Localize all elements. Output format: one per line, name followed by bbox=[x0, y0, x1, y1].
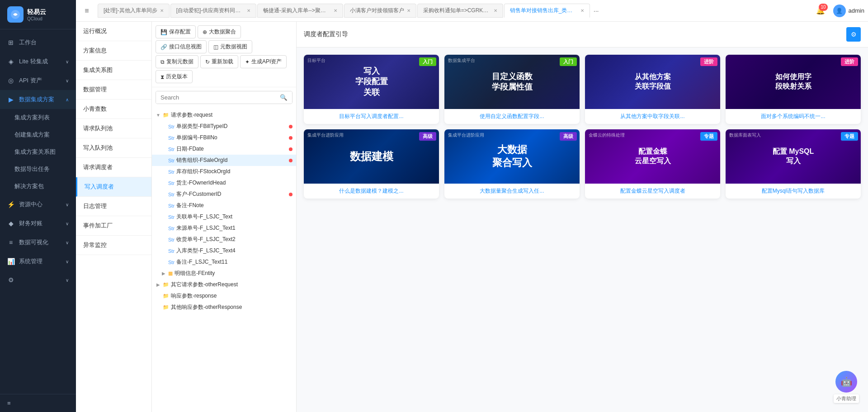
tree-item-req-params[interactable]: ▼ 📁 请求参数-request bbox=[152, 109, 296, 121]
tree-item-receipt-order[interactable]: Str 收货单号-F_LSJC_Text2 bbox=[152, 234, 296, 245]
sidebar-item-lite[interactable]: ◈ Lite 轻集成 ∨ bbox=[0, 52, 76, 71]
sidebar-item-system[interactable]: ⚙ ∨ bbox=[0, 271, 76, 289]
tab-2[interactable]: [自动爱犯]-供应商资料同步[kd->jst]-V1.0 ✕ bbox=[170, 4, 256, 18]
meta-view-button[interactable]: ◫ 元数据视图 bbox=[208, 40, 252, 53]
assistant-label: 小青助理 bbox=[834, 394, 859, 403]
card-kingdee-config[interactable]: 专题 金蝶云的特殊处理 配置金蝶云星空写入 配置金蝶云星空写入调度者 bbox=[585, 129, 720, 199]
sidebar-item-api[interactable]: ◎ API 资产 ∨ bbox=[0, 71, 76, 90]
tree-item-other-req[interactable]: ▶ 📁 其它请求参数-otherRequest bbox=[152, 279, 296, 290]
save-config-button[interactable]: 💾 保存配置 bbox=[156, 25, 196, 38]
tree-item-bill-no[interactable]: Str 单据编号-FBillNo bbox=[152, 132, 296, 143]
card-badge-7: 专题 bbox=[700, 132, 717, 141]
tree-item-storage-type[interactable]: Str 入库类型-F_LSJC_Text4 bbox=[152, 245, 296, 256]
copy-meta-button[interactable]: ⧉ 复制元数据 bbox=[156, 55, 198, 68]
right-panel-content: 入门 目标平台 写入字段配置关联 目标平台写入调度者配置... 入门 数据集成平 bbox=[297, 47, 868, 412]
card-data-modeling[interactable]: 高级 集成平台进阶应用 数据建模 什么是数据建模？建模之... bbox=[304, 129, 439, 199]
tab-6[interactable]: 销售单对接销售出库_类型93内部采销 ✕ bbox=[504, 4, 590, 18]
tab-close-2[interactable]: ✕ bbox=[247, 8, 250, 13]
left-panel-item-request-scheduler[interactable]: 请求调度者 bbox=[76, 158, 151, 177]
sidebar-item-create-solution[interactable]: 创建集成方案 bbox=[0, 126, 76, 143]
sidebar-item-data-integration[interactable]: ▶ 数据集成方案 ∧ bbox=[0, 90, 76, 109]
tree-item-resp-params[interactable]: 📁 响应参数-response bbox=[152, 290, 296, 302]
settings-button[interactable]: ⚙ bbox=[846, 27, 861, 42]
search-button[interactable]: 🔍 bbox=[275, 91, 292, 104]
left-panel-item-request-queue[interactable]: 请求队列池 bbox=[76, 119, 151, 138]
sidebar-item-label: 数据可视化 bbox=[19, 238, 48, 246]
tree-item-other-resp[interactable]: 📁 其他响应参数-otherResponse bbox=[152, 302, 296, 313]
card-field-mapping[interactable]: 进阶 如何使用字段映射关系 面对多个系统编码不统一... bbox=[726, 55, 861, 124]
notification-button[interactable]: 🔔 10 bbox=[813, 4, 828, 18]
sidebar-item-operations[interactable]: ⚡ 资源中心 ∨ bbox=[0, 195, 76, 214]
left-panel-item-solution-info[interactable]: 方案信息 bbox=[76, 41, 151, 61]
tree-item-detail-info[interactable]: ▶ ▦ 明细信息-FEntity bbox=[152, 268, 296, 279]
tab-4[interactable]: 小满客户对接领猫客户 ✕ bbox=[344, 4, 416, 18]
left-panel-item-exception-monitor[interactable]: 异常监控 bbox=[76, 236, 151, 255]
sidebar-item-resources[interactable]: ◆ 财务对账 ∨ bbox=[0, 214, 76, 233]
card-badge-6: 高级 bbox=[560, 132, 577, 141]
left-panel-item-log-mgmt[interactable]: 日志管理 bbox=[76, 197, 151, 216]
tree-item-source-order[interactable]: Str 来源单号-F_LSJC_Text1 bbox=[152, 223, 296, 234]
tab-3[interactable]: 畅捷通-采购入库单-->聚水潭-其他入库单 ✕ bbox=[257, 4, 343, 18]
left-panel-item-data-mgmt[interactable]: 数据管理 bbox=[76, 80, 151, 99]
sidebar-item-data-export[interactable]: 数据导出任务 bbox=[0, 161, 76, 178]
tab-close-3[interactable]: ✕ bbox=[334, 8, 337, 13]
visualization-icon: 📊 bbox=[7, 258, 14, 265]
left-panel-item-overview[interactable]: 运行概况 bbox=[76, 22, 151, 41]
card-label-top: 数据库面表写入 bbox=[729, 132, 761, 138]
tree-item-stock-org[interactable]: Str 库存组织-FStockOrgId bbox=[152, 166, 296, 177]
sidebar-item-label: 数据集成方案 bbox=[19, 95, 54, 104]
tab-5[interactable]: 采购收料通知单=>CGRK入库单新增-1 ✕ bbox=[417, 4, 503, 18]
menu-toggle-button[interactable]: ≡ bbox=[80, 4, 94, 18]
card-main-text: 数据建模 bbox=[346, 146, 397, 167]
tab-close-1[interactable]: ✕ bbox=[160, 8, 164, 13]
reload-button[interactable]: ↻ 重新加载 bbox=[200, 55, 238, 68]
card-image-5: 高级 集成平台进阶应用 数据建模 bbox=[304, 129, 439, 184]
gen-api-button[interactable]: ✦ 生成API资产 bbox=[240, 55, 287, 68]
sidebar-bottom-icon[interactable]: ≡ bbox=[0, 394, 76, 412]
sidebar-item-visualization[interactable]: 📊 系统管理 ∨ bbox=[0, 252, 76, 271]
tabs-more-button[interactable]: ··· bbox=[591, 5, 602, 16]
sidebar-item-solution-relations[interactable]: 集成方案关系图 bbox=[0, 143, 76, 161]
card-mysql-config[interactable]: 专题 数据库面表写入 配置 MySQL写入 配置Mysql语句写入数据库 bbox=[726, 129, 861, 199]
tree-item-note2[interactable]: Str 备注-F_LSJC_Text11 bbox=[152, 256, 296, 268]
tree-item-date[interactable]: Str 日期-FDate bbox=[152, 143, 296, 155]
search-input[interactable] bbox=[156, 91, 275, 104]
left-panel-item-write-queue[interactable]: 写入队列池 bbox=[76, 138, 151, 158]
logo[interactable]: 轻易云 QCloud bbox=[0, 0, 76, 29]
save-icon: 💾 bbox=[160, 29, 167, 35]
card-image-7: 专题 金蝶云的特殊处理 配置金蝶云星空写入 bbox=[585, 129, 720, 184]
tree-label: 收货单号-F_LSJC_Text2 bbox=[176, 236, 292, 243]
sidebar-item-workspace[interactable]: ⊞ 工作台 bbox=[0, 33, 76, 52]
big-data-merge-button[interactable]: ⊕ 大数据聚合 bbox=[198, 25, 241, 38]
right-panel-header: 调度者配置引导 ⚙ bbox=[297, 22, 868, 47]
tree-item-bill-type[interactable]: Str 单据类型-FBillTypeID bbox=[152, 121, 296, 132]
tree-item-note[interactable]: Str 备注-FNote bbox=[152, 200, 296, 211]
sidebar-item-finance[interactable]: ≡ 数据可视化 ∨ bbox=[0, 233, 76, 252]
assistant-button[interactable]: 🤖 小青助理 bbox=[834, 371, 859, 403]
interface-view-button[interactable]: 🔗 接口信息视图 bbox=[156, 40, 207, 53]
tree-item-related-order[interactable]: Str 关联单号-F_LSJC_Text bbox=[152, 211, 296, 223]
history-button[interactable]: ⧗ 历史版本 bbox=[156, 70, 193, 83]
tree-item-owner[interactable]: Str 货主-FOwnerIdHead bbox=[152, 177, 296, 189]
tree-label: 关联单号-F_LSJC_Text bbox=[176, 213, 292, 221]
left-panel-item-integration-map[interactable]: 集成关系图 bbox=[76, 61, 151, 80]
card-big-data-merge[interactable]: 高级 集成平台进阶应用 大数据聚合写入 大数据量聚合生成写入任... bbox=[444, 129, 580, 199]
tab-1[interactable]: [处理]-其他入库单同步 ✕ bbox=[98, 4, 170, 18]
user-info[interactable]: 👤 admin bbox=[833, 5, 864, 17]
tab-close-5[interactable]: ✕ bbox=[494, 8, 497, 13]
left-panel-item-event-factory[interactable]: 事件加工厂 bbox=[76, 216, 151, 236]
tree-item-sale-org[interactable]: Str 销售组织-FSaleOrgId bbox=[152, 155, 296, 166]
card-write-field-config[interactable]: 入门 目标平台 写入字段配置关联 目标平台写入调度者配置... bbox=[304, 55, 439, 124]
tab-close-4[interactable]: ✕ bbox=[407, 8, 410, 13]
tree-label: 库存组织-FStockOrgId bbox=[176, 168, 292, 175]
card-custom-func[interactable]: 入门 数据集成平台 目定义函数学段属性值 使用自定义函数配置字段... bbox=[444, 55, 580, 124]
left-panel-item-write-scheduler[interactable]: 写入调度者 bbox=[76, 177, 151, 197]
sidebar-item-solution-list[interactable]: 集成方案列表 bbox=[0, 109, 76, 126]
chevron-down-icon: ∨ bbox=[66, 240, 69, 245]
tree-item-customer[interactable]: Str 客户-FCustomerID bbox=[152, 189, 296, 200]
sidebar-item-solution-package[interactable]: 解决方案包 bbox=[0, 178, 76, 195]
field-icon: Str bbox=[168, 248, 175, 254]
left-panel-item-xiao-qing[interactable]: 小青查数 bbox=[76, 99, 151, 119]
card-cross-solution[interactable]: 进阶 从其他方案关联字段值 从其他方案中取字段关联... bbox=[585, 55, 720, 124]
tab-close-6[interactable]: ✕ bbox=[580, 8, 584, 13]
